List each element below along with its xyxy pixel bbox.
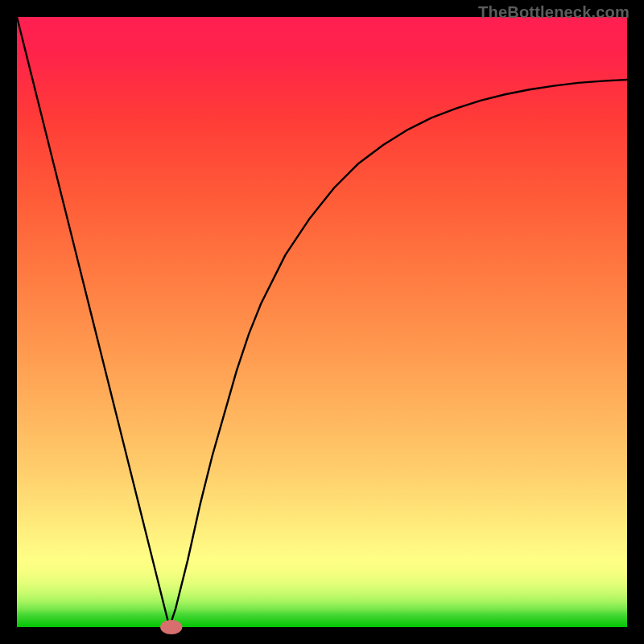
chart-frame: TheBottleneck.com [0, 0, 644, 644]
bottleneck-chart [0, 0, 644, 644]
plot-background [17, 17, 627, 627]
curve-min-marker [160, 620, 182, 634]
watermark-text: TheBottleneck.com [478, 3, 630, 22]
